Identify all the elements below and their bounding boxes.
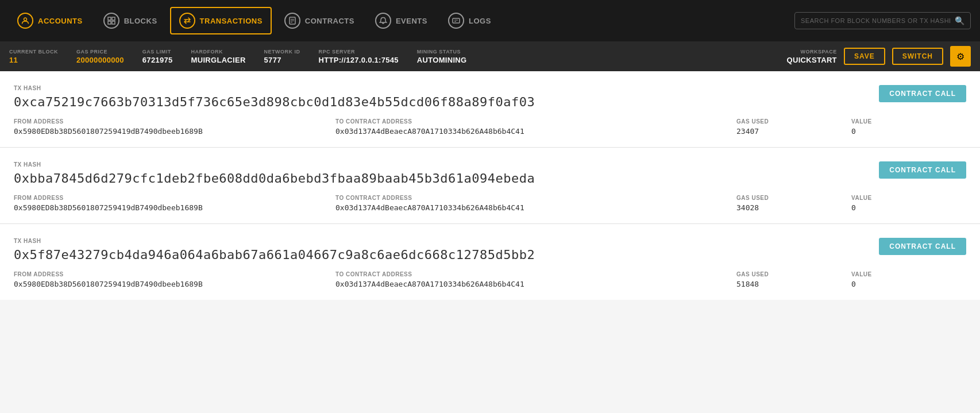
value-label: VALUE xyxy=(851,271,966,277)
from-address: 0x5980ED8b38D5601807259419dB7490dbeeb168… xyxy=(14,127,335,136)
nav-transactions[interactable]: TRANSACTIONS xyxy=(170,7,272,34)
tx-hash-label: TX HASH xyxy=(14,161,966,168)
value-label: VALUE xyxy=(851,195,966,201)
tx-hash-label: TX HASH xyxy=(14,85,966,91)
gas-limit-label: GAS LIMIT xyxy=(142,49,173,55)
to-address: 0x03d137A4dBeaecA870A1710334b626A48b6b4C… xyxy=(335,127,736,136)
statusbar-right: WORKSPACE QUICKSTART SAVE SWITCH ⚙ xyxy=(787,46,971,67)
tx-row: CONTRACT CALL TX HASH 0x5f87e43279cb4da9… xyxy=(0,224,980,300)
search-bar: 🔍 xyxy=(794,12,971,29)
to-address: 0x03d137A4dBeaecA870A1710334b626A48b6b4C… xyxy=(335,280,736,288)
to-label: TO CONTRACT ADDRESS xyxy=(335,118,736,125)
tx-hash-value: 0xca75219c7663b70313d5f736c65e3d898cbc0d… xyxy=(14,95,966,109)
svg-point-0 xyxy=(24,18,27,21)
logs-label: LOGS xyxy=(469,17,491,25)
blocks-icon xyxy=(103,13,119,29)
from-block: FROM ADDRESS 0x5980ED8b38D5601807259419d… xyxy=(14,195,335,212)
tx-details: FROM ADDRESS 0x5980ED8b38D5601807259419d… xyxy=(14,118,966,136)
nav-blocks[interactable]: BLOCKS xyxy=(95,8,165,33)
main-content: CONTRACT CALL TX HASH 0xca75219c7663b703… xyxy=(0,71,980,300)
tx-row: CONTRACT CALL TX HASH 0xca75219c7663b703… xyxy=(0,71,980,148)
search-icon[interactable]: 🔍 xyxy=(955,16,964,25)
gas-used-value: 23407 xyxy=(736,127,851,136)
network-id-item: NETWORK ID 5777 xyxy=(264,49,300,64)
contracts-label: CONTRACTS xyxy=(305,17,354,25)
accounts-icon xyxy=(17,13,33,29)
value-value: 0 xyxy=(851,280,966,288)
save-button[interactable]: SAVE xyxy=(844,48,885,65)
gas-used-label: GAS USED xyxy=(736,195,851,201)
search-input[interactable] xyxy=(801,17,950,24)
svg-rect-2 xyxy=(112,17,115,20)
to-block: TO CONTRACT ADDRESS 0x03d137A4dBeaecA870… xyxy=(335,195,736,212)
value-value: 0 xyxy=(851,203,966,212)
nav-accounts[interactable]: ACCOUNTS xyxy=(9,8,91,33)
rpc-server-item: RPC SERVER HTTP://127.0.0.1:7545 xyxy=(319,49,399,64)
accounts-label: ACCOUNTS xyxy=(38,17,83,25)
gas-block: GAS USED 34028 xyxy=(736,195,851,212)
to-address: 0x03d137A4dBeaecA870A1710334b626A48b6b4C… xyxy=(335,203,736,212)
gear-icon: ⚙ xyxy=(956,51,964,62)
tx-row: CONTRACT CALL TX HASH 0xbba7845d6d279cfc… xyxy=(0,148,980,224)
value-block: VALUE 0 xyxy=(851,271,966,288)
gas-price-item: GAS PRICE 20000000000 xyxy=(76,49,124,64)
from-address: 0x5980ED8b38D5601807259419dB7490dbeeb168… xyxy=(14,203,335,212)
gas-block: GAS USED 51848 xyxy=(736,271,851,288)
from-address: 0x5980ED8b38D5601807259419dB7490dbeeb168… xyxy=(14,280,335,288)
svg-rect-9 xyxy=(453,18,460,23)
value-label: VALUE xyxy=(851,118,966,125)
gas-limit-item: GAS LIMIT 6721975 xyxy=(142,49,173,64)
contract-call-badge[interactable]: CONTRACT CALL xyxy=(879,85,966,102)
to-block: TO CONTRACT ADDRESS 0x03d137A4dBeaecA870… xyxy=(335,118,736,136)
hardfork-item: HARDFORK MUIRGLACIER xyxy=(191,49,246,64)
current-block-item: CURRENT BLOCK 11 xyxy=(9,49,58,64)
transactions-label: TRANSACTIONS xyxy=(200,17,263,25)
transactions-icon xyxy=(179,13,195,29)
nav-contracts[interactable]: CONTRACTS xyxy=(276,8,362,33)
events-label: EVENTS xyxy=(396,17,427,25)
contracts-icon xyxy=(284,13,300,29)
gas-used-label: GAS USED xyxy=(736,271,851,277)
workspace-block: WORKSPACE QUICKSTART xyxy=(787,49,837,64)
nav-events[interactable]: EVENTS xyxy=(367,8,435,33)
gas-used-value: 34028 xyxy=(736,203,851,212)
from-block: FROM ADDRESS 0x5980ED8b38D5601807259419d… xyxy=(14,118,335,136)
statusbar: CURRENT BLOCK 11 GAS PRICE 20000000000 G… xyxy=(0,41,980,71)
svg-rect-4 xyxy=(112,21,115,24)
from-label: FROM ADDRESS xyxy=(14,118,335,125)
svg-rect-1 xyxy=(108,17,111,20)
value-block: VALUE 0 xyxy=(851,118,966,136)
from-label: FROM ADDRESS xyxy=(14,271,335,277)
contract-call-badge[interactable]: CONTRACT CALL xyxy=(879,238,966,255)
mining-status-item: MINING STATUS AUTOMINING xyxy=(417,49,467,64)
network-id-label: NETWORK ID xyxy=(264,49,300,55)
gas-limit-value: 6721975 xyxy=(142,56,173,64)
tx-hash-value: 0xbba7845d6d279cfc1deb2fbe608dd0da6bebd3… xyxy=(14,171,966,186)
from-block: FROM ADDRESS 0x5980ED8b38D5601807259419d… xyxy=(14,271,335,288)
rpc-server-label: RPC SERVER xyxy=(319,49,399,55)
gas-price-value: 20000000000 xyxy=(76,56,124,64)
events-icon xyxy=(375,13,391,29)
from-label: FROM ADDRESS xyxy=(14,195,335,201)
tx-hash-value: 0x5f87e43279cb4da946a064a6bab67a661a0466… xyxy=(14,248,966,262)
workspace-label: WORKSPACE xyxy=(801,49,837,55)
hardfork-label: HARDFORK xyxy=(191,49,246,55)
mining-status-label: MINING STATUS xyxy=(417,49,467,55)
network-id-value: 5777 xyxy=(264,56,300,64)
logs-icon xyxy=(448,13,464,29)
to-label: TO CONTRACT ADDRESS xyxy=(335,271,736,277)
rpc-server-value: HTTP://127.0.0.1:7545 xyxy=(319,56,399,64)
gear-button[interactable]: ⚙ xyxy=(950,46,971,67)
gas-used-value: 51848 xyxy=(736,280,851,288)
navbar: ACCOUNTS BLOCKS TRANSACTIONS xyxy=(0,0,980,41)
gas-used-label: GAS USED xyxy=(736,118,851,125)
switch-button[interactable]: SWITCH xyxy=(892,48,943,65)
tx-details: FROM ADDRESS 0x5980ED8b38D5601807259419d… xyxy=(14,271,966,288)
hardfork-value: MUIRGLACIER xyxy=(191,56,246,64)
current-block-value: 11 xyxy=(9,56,58,64)
svg-rect-3 xyxy=(108,21,111,24)
gas-price-label: GAS PRICE xyxy=(76,49,124,55)
nav-logs[interactable]: LOGS xyxy=(440,8,499,33)
to-block: TO CONTRACT ADDRESS 0x03d137A4dBeaecA870… xyxy=(335,271,736,288)
contract-call-badge[interactable]: CONTRACT CALL xyxy=(879,161,966,179)
